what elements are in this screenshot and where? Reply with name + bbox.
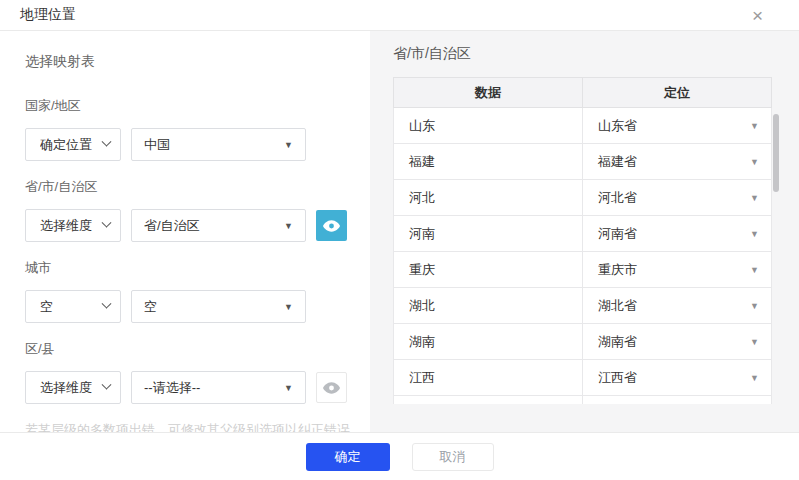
eye-icon [323,382,340,394]
table-row: 河南 河南省▼ [394,216,772,252]
country-mode-select[interactable]: 确定位置 [25,128,121,161]
chevron-down-icon [102,218,112,228]
location-value: 江西省 [598,369,750,387]
field-label-country: 国家/地区 [25,97,370,115]
location-value: 山东省 [598,117,750,135]
data-cell: 山东 [394,108,583,144]
field-label-district: 区/县 [25,340,370,358]
province-mapping-panel: 省/市/自治区 数据 定位 山东 山东省▼ [370,31,799,432]
caret-down-icon: ▼ [284,383,293,393]
province-mode-select[interactable]: 选择维度 [25,209,121,242]
scrollbar-thumb[interactable] [773,114,779,192]
field-label-province: 省/市/自治区 [25,178,370,196]
dialog-title: 地理位置 [20,6,76,24]
caret-down-icon: ▼ [750,265,759,275]
location-value: 湖南省 [598,333,750,351]
province-value-select[interactable]: 省/自治区 ▼ [131,209,306,242]
location-value: 重庆市 [598,261,750,279]
caret-down-icon: ▼ [750,193,759,203]
location-select[interactable]: 河南省▼ [583,216,771,251]
field-city: 城市 空 空 ▼ [25,259,370,323]
mapping-table-panel: 选择映射表 国家/地区 确定位置 中国 ▼ 省/市/自治区 [0,31,370,432]
caret-down-icon: ▼ [284,221,293,231]
field-province: 省/市/自治区 选择维度 省/自治区 ▼ [25,178,370,242]
table-header-row: 数据 定位 [394,78,772,108]
dialog-header: 地理位置 × [0,0,799,31]
mapping-table-container: 数据 定位 山东 山东省▼ 福建 福建省▼ [393,77,773,404]
select-value: 选择维度 [40,217,99,235]
table-row: 河北 河北省▼ [394,180,772,216]
location-select[interactable]: 河北省▼ [583,180,771,215]
close-icon[interactable]: × [752,6,763,25]
table-row: 福建 福建省▼ [394,144,772,180]
city-value-select[interactable]: 空 ▼ [131,290,306,323]
select-value: 省/自治区 [144,217,278,235]
data-cell: 河南 [394,216,583,252]
eye-icon [323,220,340,232]
district-value-select[interactable]: --请选择-- ▼ [131,371,306,404]
panel-title-province: 省/市/自治区 [393,45,799,63]
column-header-location: 定位 [583,78,772,108]
mapping-table: 数据 定位 山东 山东省▼ 福建 福建省▼ [393,77,772,404]
column-header-data: 数据 [394,78,583,108]
city-mode-select[interactable]: 空 [25,290,121,323]
location-select[interactable]: 海南省▼ [583,396,771,404]
field-label-city: 城市 [25,259,370,277]
section-title-mapping: 选择映射表 [25,53,370,71]
caret-down-icon: ▼ [284,302,293,312]
data-cell: 海南 [394,396,583,405]
table-row: 湖北 湖北省▼ [394,288,772,324]
select-value: 选择维度 [40,379,99,397]
data-cell: 江西 [394,360,583,396]
data-cell: 湖北 [394,288,583,324]
table-row: 重庆 重庆市▼ [394,252,772,288]
district-visibility-button[interactable] [316,372,347,403]
select-value: 确定位置 [40,136,99,154]
data-cell: 重庆 [394,252,583,288]
caret-down-icon: ▼ [750,121,759,131]
hint-text: 若某层级的多数项出错，可修改其父级别选项以纠正错误 [25,421,370,432]
location-select[interactable]: 山东省▼ [583,108,771,143]
location-value: 湖北省 [598,297,750,315]
data-cell: 河北 [394,180,583,216]
select-value: 空 [40,298,99,316]
location-value: 河南省 [598,225,750,243]
location-select[interactable]: 福建省▼ [583,144,771,179]
location-select[interactable]: 湖北省▼ [583,288,771,323]
caret-down-icon: ▼ [750,157,759,167]
caret-down-icon: ▼ [750,337,759,347]
location-value: 河北省 [598,189,750,207]
select-value: --请选择-- [144,379,278,397]
chevron-down-icon [102,299,112,309]
field-country: 国家/地区 确定位置 中国 ▼ [25,97,370,161]
caret-down-icon: ▼ [750,229,759,239]
geo-location-dialog: 地理位置 × 选择映射表 国家/地区 确定位置 中国 ▼ [0,0,799,480]
cancel-button[interactable]: 取消 [412,443,494,471]
chevron-down-icon [102,380,112,390]
location-select[interactable]: 重庆市▼ [583,252,771,287]
caret-down-icon: ▼ [750,373,759,383]
dialog-footer: 确定 取消 [0,432,799,480]
province-visibility-button[interactable] [316,210,347,241]
data-cell: 福建 [394,144,583,180]
confirm-button[interactable]: 确定 [306,443,390,471]
select-value: 空 [144,298,278,316]
district-mode-select[interactable]: 选择维度 [25,371,121,404]
caret-down-icon: ▼ [750,301,759,311]
table-row: 湖南 湖南省▼ [394,324,772,360]
table-row: 山东 山东省▼ [394,108,772,144]
chevron-down-icon [102,137,112,147]
country-value-select[interactable]: 中国 ▼ [131,128,306,161]
caret-down-icon: ▼ [284,140,293,150]
table-row: 海南 海南省▼ [394,396,772,405]
dialog-body: 选择映射表 国家/地区 确定位置 中国 ▼ 省/市/自治区 [0,31,799,432]
location-value: 福建省 [598,153,750,171]
select-value: 中国 [144,136,278,154]
data-cell: 湖南 [394,324,583,360]
field-district: 区/县 选择维度 --请选择-- ▼ [25,340,370,404]
location-select[interactable]: 江西省▼ [583,360,771,395]
location-select[interactable]: 湖南省▼ [583,324,771,359]
table-row: 江西 江西省▼ [394,360,772,396]
